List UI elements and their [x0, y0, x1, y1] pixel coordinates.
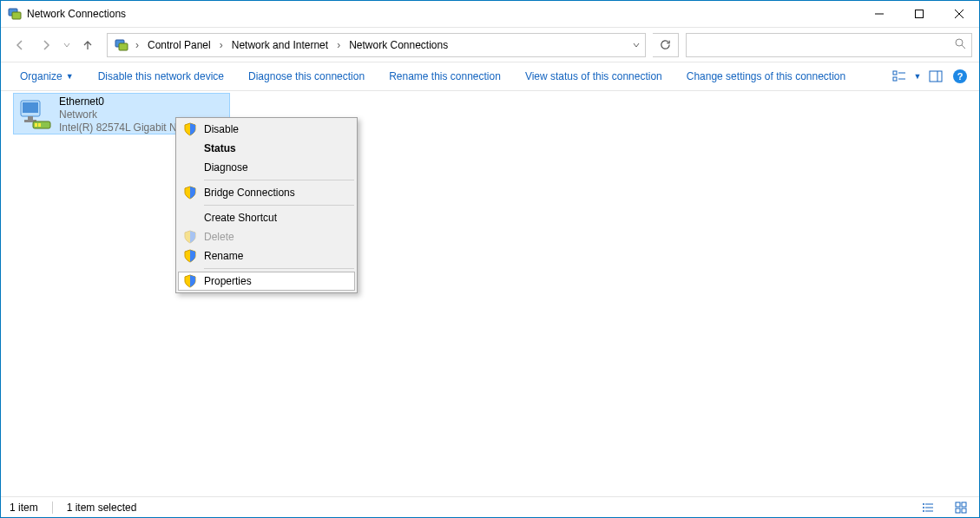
location-icon: [115, 38, 128, 52]
context-disable[interactable]: Disable: [178, 120, 355, 139]
shield-icon: [183, 122, 197, 136]
adapter-status: Network: [59, 108, 177, 121]
svg-rect-30: [962, 502, 966, 507]
content-area[interactable]: Ethernet0 Network Intel(R) 82574L Gigabi…: [1, 91, 979, 496]
command-bar: Organize ▼ Disable this network device D…: [1, 62, 979, 91]
breadcrumb-chevron-icon[interactable]: ›: [333, 39, 344, 51]
svg-rect-3: [916, 10, 924, 17]
disable-device-button[interactable]: Disable this network device: [86, 62, 236, 90]
window-title: Network Connections: [27, 8, 126, 20]
status-bar: 1 item 1 item selected: [1, 496, 979, 517]
svg-rect-1: [12, 12, 21, 19]
context-delete: Delete: [178, 227, 355, 246]
adapter-device: Intel(R) 82574L Gigabit N: [59, 121, 177, 134]
svg-point-28: [923, 510, 924, 512]
maximize-icon: [915, 10, 924, 18]
preview-pane-icon: [929, 69, 943, 83]
status-selected-count: 1 item selected: [67, 502, 137, 514]
view-options-icon: [892, 69, 906, 83]
svg-line-9: [962, 45, 965, 49]
status-divider: [52, 502, 53, 514]
adapter-text: Ethernet0 Network Intel(R) 82574L Gigabi…: [59, 95, 177, 134]
context-separator: [204, 205, 354, 206]
breadcrumb-segment-network-internet[interactable]: Network and Internet: [227, 34, 333, 56]
view-status-button[interactable]: View status of this connection: [513, 62, 674, 90]
minimize-button[interactable]: [859, 1, 899, 27]
svg-rect-7: [119, 43, 128, 50]
forward-arrow-icon: [40, 39, 52, 51]
context-bridge[interactable]: Bridge Connections: [178, 183, 355, 202]
context-rename[interactable]: Rename: [178, 246, 355, 266]
context-create-shortcut[interactable]: Create Shortcut: [178, 208, 355, 227]
svg-rect-18: [28, 116, 33, 120]
context-properties[interactable]: Properties: [178, 272, 355, 291]
context-properties-label: Properties: [204, 275, 252, 287]
breadcrumb-chevron-icon[interactable]: ›: [132, 39, 142, 51]
chevron-down-icon: [63, 42, 70, 49]
chevron-down-icon: [633, 42, 640, 49]
chevron-down-icon: ▼: [66, 72, 74, 81]
context-diagnose[interactable]: Diagnose: [178, 158, 355, 177]
app-icon: [8, 7, 22, 21]
status-item-count: 1 item: [10, 502, 38, 514]
search-icon[interactable]: [954, 37, 966, 52]
context-bridge-label: Bridge Connections: [204, 187, 295, 199]
context-create-shortcut-label: Create Shortcut: [204, 212, 277, 224]
breadcrumb-segment-network-connections[interactable]: Network Connections: [344, 34, 453, 56]
svg-point-8: [956, 39, 963, 46]
refresh-icon: [660, 39, 671, 50]
svg-point-26: [923, 503, 924, 505]
navbar: › Control Panel › Network and Internet ›…: [1, 27, 979, 62]
details-view-button[interactable]: [918, 500, 937, 515]
network-adapter-icon: [17, 97, 52, 132]
maximize-button[interactable]: [899, 1, 939, 27]
context-rename-label: Rename: [204, 250, 243, 262]
search-box[interactable]: [686, 33, 972, 57]
shield-icon: [183, 274, 197, 288]
organize-label: Organize: [20, 70, 62, 82]
context-separator: [204, 180, 354, 180]
svg-rect-22: [38, 123, 41, 127]
view-options-dropdown[interactable]: ▼: [911, 62, 924, 90]
breadcrumb-chevron-icon[interactable]: ›: [216, 39, 227, 51]
context-disable-label: Disable: [204, 123, 239, 135]
svg-rect-17: [23, 102, 38, 113]
svg-rect-11: [893, 77, 897, 81]
rename-button[interactable]: Rename this connection: [377, 62, 513, 90]
breadcrumb-segment-control-panel[interactable]: Control Panel: [142, 34, 216, 56]
svg-point-27: [923, 507, 924, 508]
recent-locations-button[interactable]: [60, 33, 74, 57]
organize-button[interactable]: Organize ▼: [8, 62, 86, 90]
large-icons-view-button[interactable]: [951, 500, 970, 515]
back-arrow-icon: [14, 39, 26, 51]
change-settings-button[interactable]: Change settings of this connection: [674, 62, 858, 90]
up-button[interactable]: [76, 33, 100, 57]
context-status-label: Status: [204, 142, 236, 154]
details-view-icon: [922, 502, 934, 514]
view-options-button[interactable]: [887, 62, 911, 90]
help-button[interactable]: ?: [948, 62, 972, 90]
context-delete-label: Delete: [204, 231, 234, 243]
shield-icon: [183, 249, 197, 263]
refresh-button[interactable]: [653, 33, 679, 57]
window: Network Connections ›: [0, 0, 980, 518]
back-button[interactable]: [8, 33, 32, 57]
context-status[interactable]: Status: [178, 139, 355, 158]
diagnose-button[interactable]: Diagnose this connection: [236, 62, 377, 90]
forward-button[interactable]: [34, 33, 58, 57]
titlebar: Network Connections: [1, 1, 979, 27]
svg-rect-10: [893, 71, 897, 75]
svg-rect-32: [962, 508, 966, 513]
breadcrumb[interactable]: › Control Panel › Network and Internet ›…: [107, 33, 646, 57]
search-input[interactable]: [692, 39, 954, 51]
adapter-name: Ethernet0: [59, 95, 177, 108]
minimize-icon: [875, 10, 884, 18]
large-icons-view-icon: [955, 502, 967, 514]
breadcrumb-dropdown[interactable]: [626, 34, 645, 56]
context-separator: [204, 268, 354, 269]
up-arrow-icon: [82, 39, 94, 51]
close-icon: [955, 10, 964, 18]
help-icon: ?: [953, 69, 967, 83]
close-button[interactable]: [939, 1, 979, 27]
preview-pane-button[interactable]: [924, 62, 948, 90]
